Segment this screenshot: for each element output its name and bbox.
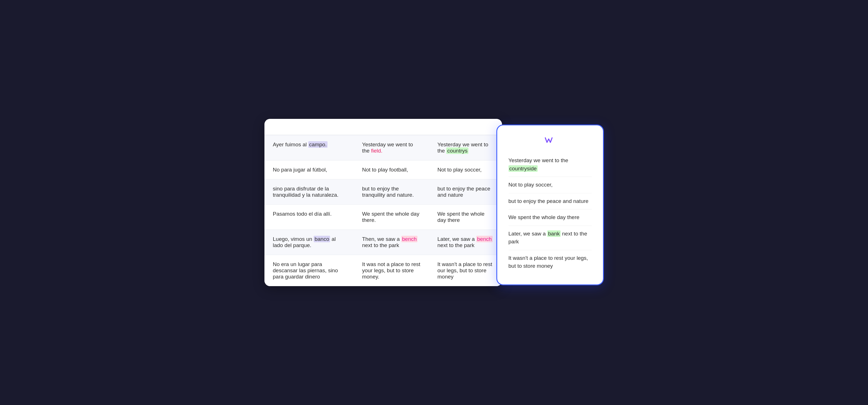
subeasy-item-0: Yesterday we went to the countryside	[508, 152, 592, 177]
cell-original-5: No era un lugar para descansar las piern…	[265, 255, 354, 286]
cell-google-4: Then, we saw a bench next to the park	[353, 230, 429, 255]
cell-original-4: Luego, vimos un banco al lado del parque…	[265, 230, 354, 255]
cell-chatgpt-0: Yesterday we went to the countrys	[429, 135, 502, 161]
highlight-span: field.	[371, 148, 382, 154]
subeasy-panel: Yesterday we went to the countrysideNot …	[496, 124, 604, 285]
highlight-span: banco	[314, 236, 330, 242]
cell-original-2: sino para disfrutar de la tranquilidad y…	[265, 179, 354, 205]
subeasy-header	[508, 136, 592, 145]
cell-google-2: but to enjoy the tranquility and nature.	[353, 179, 429, 205]
cell-chatgpt-5: It wasn't a place to rest our legs, but …	[429, 255, 502, 286]
table-row: Luego, vimos un banco al lado del parque…	[265, 230, 502, 255]
cell-google-5: It was not a place to rest your legs, bu…	[353, 255, 429, 286]
table-row: No era un lugar para descansar las piern…	[265, 255, 502, 286]
header-original	[265, 119, 354, 135]
highlight-span: bench	[476, 236, 493, 242]
table-row: sino para disfrutar de la tranquilidad y…	[265, 179, 502, 205]
subeasy-logo-icon	[544, 136, 553, 145]
cell-original-0: Ayer fuimos al campo.	[265, 135, 354, 161]
header-chatgpt	[429, 119, 502, 135]
highlight-span: bank	[547, 230, 561, 237]
highlight-span: campo.	[308, 141, 328, 148]
highlight-span: bench	[401, 236, 418, 242]
subeasy-item-4: Later, we saw a bank next to the park	[508, 226, 592, 250]
table-row: No para jugar al fútbol,Not to play foot…	[265, 161, 502, 179]
cell-google-3: We spent the whole day there.	[353, 205, 429, 230]
comparison-table: Ayer fuimos al campo.Yesterday we went t…	[265, 119, 502, 286]
cell-google-1: Not to play football,	[353, 161, 429, 179]
cell-chatgpt-2: but to enjoy the peace and nature	[429, 179, 502, 205]
cell-original-1: No para jugar al fútbol,	[265, 161, 354, 179]
cell-original-3: Pasamos todo el día allí.	[265, 205, 354, 230]
main-container: Ayer fuimos al campo.Yesterday we went t…	[265, 119, 604, 286]
subeasy-item-2: but to enjoy the peace and nature	[508, 193, 592, 210]
subeasy-item-3: We spent the whole day there	[508, 209, 592, 226]
cell-chatgpt-1: Not to play soccer,	[429, 161, 502, 179]
cell-chatgpt-3: We spent the whole day there	[429, 205, 502, 230]
highlight-span: countryside	[508, 165, 538, 172]
highlight-span: countrys	[446, 147, 468, 154]
subeasy-item-1: Not to play soccer,	[508, 177, 592, 193]
cell-google-0: Yesterday we went to the field.	[353, 135, 429, 161]
header-google	[353, 119, 429, 135]
subeasy-items-container: Yesterday we went to the countrysideNot …	[508, 152, 592, 274]
comparison-table-card: Ayer fuimos al campo.Yesterday we went t…	[265, 119, 502, 286]
cell-chatgpt-4: Later, we saw a bench next to the park	[429, 230, 502, 255]
table-row: Pasamos todo el día allí.We spent the wh…	[265, 205, 502, 230]
subeasy-item-5: It wasn't a place to rest your legs, but…	[508, 250, 592, 274]
table-row: Ayer fuimos al campo.Yesterday we went t…	[265, 135, 502, 161]
